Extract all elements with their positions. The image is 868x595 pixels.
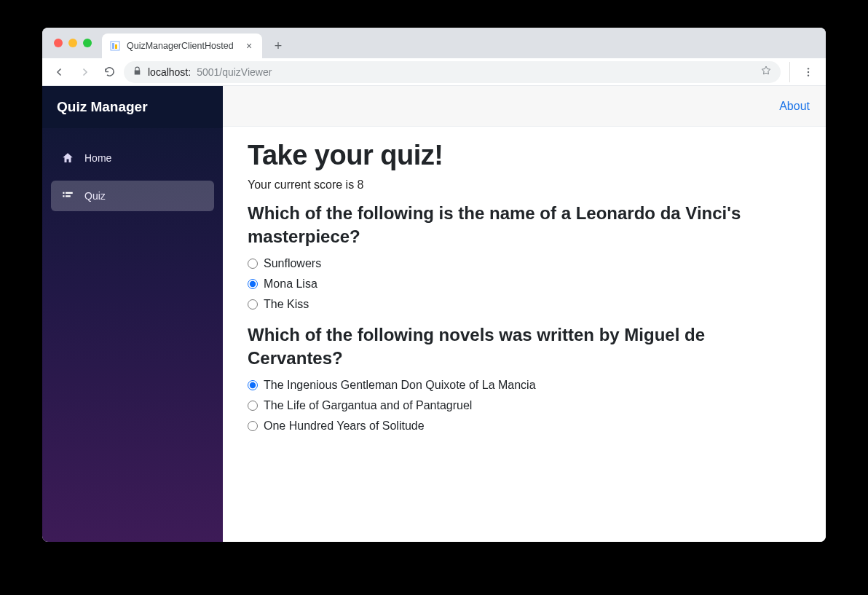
url-host: localhost: [148, 66, 191, 78]
sidebar-item-label: Home [84, 152, 111, 164]
arrow-right-icon [78, 66, 91, 79]
quiz-option-radio[interactable] [248, 380, 258, 390]
quiz-option-label: The Ingenious Gentleman Don Quixote of L… [264, 377, 536, 394]
svg-point-3 [808, 68, 809, 69]
quiz-option-radio[interactable] [248, 401, 258, 411]
quiz-option-label: Mona Lisa [264, 275, 317, 293]
new-tab-button[interactable]: + [268, 36, 288, 56]
quiz-option[interactable]: Mona Lisa [248, 275, 801, 293]
topbar: About [223, 86, 826, 127]
browser-window: QuizManagerClientHosted × + localhost:50… [42, 28, 826, 542]
quiz-option[interactable]: One Hundred Years of Solitude [248, 417, 801, 435]
svg-rect-7 [63, 195, 64, 197]
svg-rect-2 [115, 44, 117, 49]
quiz-page: Take your quiz! Your current score is 8 … [223, 127, 826, 451]
quiz-option-label: The Kiss [264, 296, 309, 313]
quiz-option-radio[interactable] [248, 279, 258, 289]
tab-close-button[interactable]: × [243, 40, 255, 52]
plus-icon: + [275, 39, 283, 54]
page-title: Take your quiz! [248, 140, 801, 171]
window-minimize-button[interactable] [68, 39, 77, 47]
browser-toolbar: localhost:5001/quizViewer [42, 58, 826, 86]
sidebar-item-home[interactable]: Home [51, 143, 214, 173]
about-link[interactable]: About [779, 100, 810, 113]
tab-favicon-icon [109, 40, 121, 52]
svg-rect-8 [66, 192, 73, 194]
tab-title: QuizManagerClientHosted [127, 41, 237, 51]
svg-rect-6 [63, 192, 64, 194]
toolbar-separator [789, 62, 818, 82]
quiz-option-label: One Hundred Years of Solitude [264, 417, 425, 435]
svg-rect-9 [66, 195, 71, 197]
quiz-option-radio[interactable] [248, 299, 258, 310]
quiz-option-label: The Life of Gargantua and of Pantagruel [264, 397, 472, 414]
lock-icon [133, 66, 142, 78]
sidebar-item-quiz[interactable]: Quiz [51, 181, 214, 211]
quiz-option[interactable]: Sunflowers [248, 255, 801, 272]
score-prefix: Your current score is [248, 178, 358, 191]
score-line: Your current score is 8 [248, 178, 801, 192]
reload-button[interactable] [99, 62, 119, 82]
sidebar: Quiz Manager Home Quiz [42, 86, 223, 542]
question-options: Sunflowers Mona Lisa The Kiss [248, 255, 801, 313]
window-close-button[interactable] [54, 39, 63, 47]
forward-button[interactable] [74, 62, 95, 82]
address-bar[interactable]: localhost:5001/quizViewer [124, 61, 781, 83]
bookmark-star-button[interactable] [760, 65, 772, 79]
main-area: About Take your quiz! Your current score… [223, 86, 826, 542]
quiz-option[interactable]: The Ingenious Gentleman Don Quixote of L… [248, 377, 801, 394]
quiz-option[interactable]: The Kiss [248, 296, 801, 313]
quiz-option-radio[interactable] [248, 421, 258, 431]
score-value: 8 [358, 178, 364, 191]
quiz-option-radio[interactable] [248, 259, 258, 269]
page-content: Quiz Manager Home Quiz About [42, 86, 826, 542]
question-text: Which of the following novels was writte… [248, 323, 801, 371]
kebab-icon [802, 66, 814, 78]
window-maximize-button[interactable] [83, 39, 92, 47]
quiz-option[interactable]: The Life of Gargantua and of Pantagruel [248, 397, 801, 414]
tab-strip: QuizManagerClientHosted × + [42, 28, 826, 58]
sidebar-brand: Quiz Manager [42, 86, 223, 128]
sidebar-item-label: Quiz [84, 190, 106, 202]
arrow-left-icon [53, 66, 66, 79]
home-icon [61, 151, 74, 165]
sidebar-nav: Home Quiz [42, 128, 223, 226]
question-options: The Ingenious Gentleman Don Quixote of L… [248, 377, 801, 435]
svg-rect-1 [112, 43, 114, 49]
back-button[interactable] [50, 62, 70, 82]
browser-tab[interactable]: QuizManagerClientHosted × [102, 34, 262, 58]
reload-icon [103, 66, 116, 78]
list-icon [61, 189, 74, 202]
svg-point-5 [808, 74, 809, 76]
browser-menu-button[interactable] [798, 62, 818, 82]
svg-point-4 [808, 71, 809, 72]
url-path: 5001/quizViewer [197, 66, 272, 78]
question-text: Which of the following is the name of a … [248, 202, 801, 249]
window-controls [50, 28, 96, 58]
quiz-option-label: Sunflowers [264, 255, 321, 272]
